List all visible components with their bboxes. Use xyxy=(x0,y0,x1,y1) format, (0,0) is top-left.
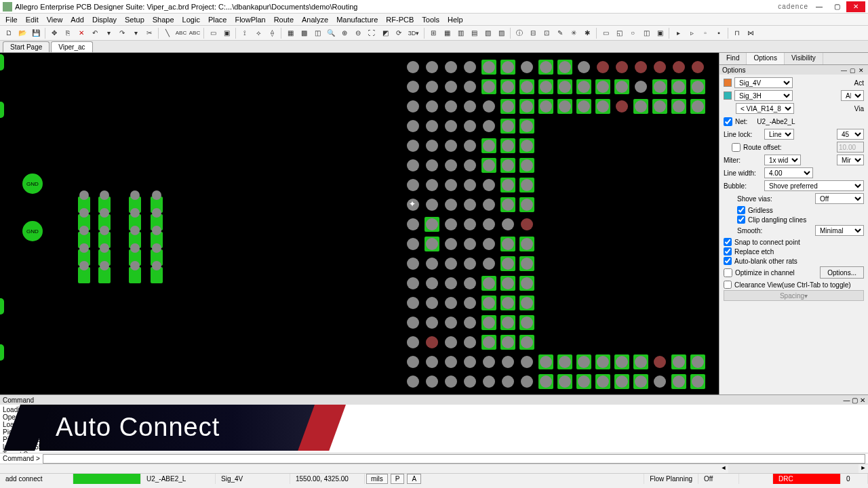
cmd-max-icon[interactable]: ▢ xyxy=(852,396,858,404)
new-icon[interactable]: 🗋 xyxy=(3,27,15,39)
color-icon[interactable]: ▦ xyxy=(441,27,453,39)
close-button[interactable]: ✕ xyxy=(846,1,865,12)
tab-find[interactable]: Find xyxy=(719,53,747,64)
layer1-swatch[interactable] xyxy=(724,79,732,87)
optimize-check[interactable] xyxy=(724,268,732,277)
clip-check[interactable] xyxy=(737,216,745,224)
refresh-icon[interactable]: ⟳ xyxy=(393,27,405,39)
routeoffset-check[interactable] xyxy=(732,143,741,152)
menu-setup[interactable]: Setup xyxy=(121,16,149,24)
tab-viper[interactable]: Viper_ac xyxy=(51,41,92,52)
dim2-icon[interactable]: ⟡ xyxy=(252,27,264,39)
panel-min-icon[interactable]: — xyxy=(840,67,848,74)
info-icon[interactable]: ⓘ xyxy=(513,27,526,39)
clearance-check[interactable] xyxy=(724,281,732,289)
delete-icon[interactable]: ✕ xyxy=(75,27,87,39)
miter-select[interactable]: 1x width xyxy=(764,155,801,165)
menu-tools[interactable]: Tools xyxy=(418,16,443,24)
options-button[interactable]: Options... xyxy=(820,266,864,279)
text-icon[interactable]: ABC xyxy=(175,27,187,39)
cmd-close-icon[interactable]: ✕ xyxy=(860,396,865,404)
copy-icon[interactable]: ⎘ xyxy=(62,27,74,39)
tab-startpage[interactable]: Start Page xyxy=(3,41,50,52)
replace-check[interactable] xyxy=(724,247,732,256)
sheet-icon[interactable]: ▤ xyxy=(468,27,480,39)
menu-logic[interactable]: Logic xyxy=(178,16,204,24)
hilite3-icon[interactable]: ✱ xyxy=(581,27,593,39)
tab-visibility[interactable]: Visibility xyxy=(785,53,823,64)
circle-icon[interactable]: ○ xyxy=(627,27,639,39)
net-check[interactable] xyxy=(724,117,732,126)
via-preset-select[interactable]: < VIA_R14_8 > xyxy=(736,103,794,114)
zoomfit-icon[interactable]: ⛶ xyxy=(366,27,378,39)
cut-icon[interactable]: ✂ xyxy=(143,27,155,39)
panel-max-icon[interactable]: ▢ xyxy=(848,67,857,74)
zoomin-icon[interactable]: 🔍 xyxy=(325,27,337,39)
snap-check[interactable] xyxy=(724,238,732,246)
grid2-icon[interactable]: ▩ xyxy=(298,27,310,39)
rect-icon[interactable]: ▭ xyxy=(599,27,612,39)
undo-icon[interactable]: ↶ xyxy=(89,27,101,39)
line-icon[interactable]: ╲ xyxy=(161,27,174,39)
menu-file[interactable]: File xyxy=(1,16,22,24)
shape1-icon[interactable]: ▭ xyxy=(207,27,219,39)
menu-analyze[interactable]: Analyze xyxy=(298,16,332,24)
alt-select[interactable]: Alt xyxy=(841,90,864,101)
end2-icon[interactable]: ⋈ xyxy=(745,27,757,39)
linewidth-select[interactable]: 4.00 xyxy=(764,167,813,178)
spacing-dropdown[interactable]: Spacing ▾ xyxy=(724,290,864,301)
dropdown2-icon[interactable]: ▾ xyxy=(130,27,142,39)
menu-view[interactable]: View xyxy=(43,16,67,24)
layer2-select[interactable]: Sig_3H xyxy=(734,90,793,101)
menu-flowplan[interactable]: FlowPlan xyxy=(231,16,269,24)
menu-help[interactable]: Help xyxy=(443,16,467,24)
sheet3-icon[interactable]: ▨ xyxy=(495,27,507,39)
status-drc[interactable]: DRC xyxy=(773,474,841,484)
sheet2-icon[interactable]: ▧ xyxy=(481,27,494,39)
dim1-icon[interactable]: ⟟ xyxy=(239,27,251,39)
zoomsel-icon[interactable]: ◩ xyxy=(379,27,391,39)
miter-unit-select[interactable]: Min xyxy=(837,155,864,165)
rpt3-icon[interactable]: ▫ xyxy=(699,27,711,39)
tab-options[interactable]: Options xyxy=(747,53,784,64)
cmd-min-icon[interactable]: — xyxy=(843,396,850,404)
menu-place[interactable]: Place xyxy=(204,16,231,24)
linelock-type-select[interactable]: Line xyxy=(764,129,794,140)
linelock-angle-select[interactable]: 45 xyxy=(837,129,864,140)
maximize-button[interactable]: ▢ xyxy=(829,1,845,12)
menu-manufacture[interactable]: Manufacture xyxy=(332,16,382,24)
poly-icon[interactable]: ◫ xyxy=(640,27,652,39)
rect2-icon[interactable]: ◱ xyxy=(613,27,625,39)
status-units-button[interactable]: mils xyxy=(366,474,388,484)
rpt2-icon[interactable]: ▹ xyxy=(686,27,698,39)
shape2-icon[interactable]: ▣ xyxy=(220,27,233,39)
status-p-button[interactable]: P xyxy=(391,474,405,484)
status-a-button[interactable]: A xyxy=(407,474,421,484)
layer1-select[interactable]: Sig_4V xyxy=(734,77,793,88)
autoblank-check[interactable] xyxy=(724,257,732,265)
gridtgl-icon[interactable]: ⊞ xyxy=(427,27,439,39)
rpt1-icon[interactable]: ▸ xyxy=(672,27,684,39)
menu-route[interactable]: Route xyxy=(270,16,298,24)
design-canvas[interactable]: GND GND xyxy=(0,53,719,394)
zoomplus-icon[interactable]: ⊕ xyxy=(338,27,351,39)
h-scroll[interactable]: ◄► xyxy=(0,464,868,473)
menu-add[interactable]: Add xyxy=(66,16,88,24)
grid3-icon[interactable]: ◫ xyxy=(311,27,323,39)
hilite-icon[interactable]: ✎ xyxy=(554,27,566,39)
move-icon[interactable]: ✥ xyxy=(48,27,60,39)
rpt4-icon[interactable]: ▪ xyxy=(713,27,725,39)
shovevias-select[interactable]: Off xyxy=(815,193,864,204)
open-icon[interactable]: 📂 xyxy=(16,27,28,39)
zoomminus-icon[interactable]: ⊖ xyxy=(352,27,364,39)
dropdown-icon[interactable]: ▾ xyxy=(102,27,115,39)
hilite2-icon[interactable]: ✳ xyxy=(568,27,580,39)
poly2-icon[interactable]: ▣ xyxy=(654,27,666,39)
layers-icon[interactable]: ▥ xyxy=(454,27,467,39)
grid1-icon[interactable]: ▦ xyxy=(284,27,296,39)
gridless-check[interactable] xyxy=(737,206,745,214)
text2-icon[interactable]: ABC xyxy=(189,27,201,39)
save-icon[interactable]: 💾 xyxy=(30,27,42,39)
end1-icon[interactable]: ⊓ xyxy=(731,27,743,39)
menu-edit[interactable]: Edit xyxy=(22,16,43,24)
